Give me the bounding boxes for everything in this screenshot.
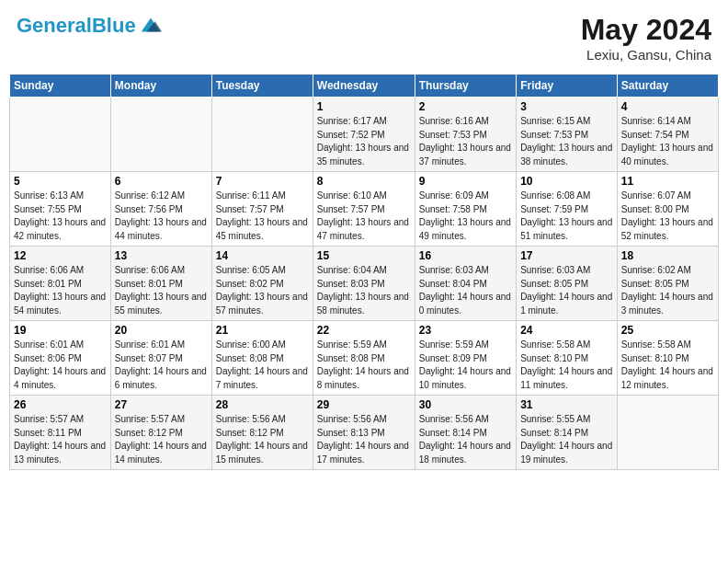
calendar-cell: 6 Sunrise: 6:12 AMSunset: 7:56 PMDayligh… — [110, 172, 211, 247]
day-info: Sunrise: 5:58 AMSunset: 8:10 PMDaylight:… — [520, 339, 613, 392]
day-number: 30 — [419, 398, 512, 411]
day-number: 9 — [419, 175, 512, 188]
day-number: 5 — [14, 175, 107, 188]
calendar-cell: 29 Sunrise: 5:56 AMSunset: 8:13 PMDaylig… — [313, 396, 415, 470]
calendar-cell: 19 Sunrise: 6:01 AMSunset: 8:06 PMDaylig… — [10, 321, 111, 396]
day-info: Sunrise: 6:17 AMSunset: 7:52 PMDaylight:… — [317, 115, 411, 168]
day-info: Sunrise: 6:03 AMSunset: 8:04 PMDaylight:… — [419, 264, 512, 317]
day-number: 31 — [520, 398, 613, 411]
day-number: 22 — [317, 324, 411, 337]
calendar-week-row: 5 Sunrise: 6:13 AMSunset: 7:55 PMDayligh… — [10, 172, 719, 247]
day-info: Sunrise: 5:56 AMSunset: 8:12 PMDaylight:… — [216, 413, 309, 466]
day-number: 16 — [419, 249, 512, 262]
calendar-cell: 4 Sunrise: 6:14 AMSunset: 7:54 PMDayligh… — [617, 98, 718, 172]
day-number: 11 — [621, 175, 714, 188]
day-info: Sunrise: 6:06 AMSunset: 8:01 PMDaylight:… — [14, 264, 107, 317]
day-info: Sunrise: 6:00 AMSunset: 8:08 PMDaylight:… — [216, 339, 309, 392]
day-info: Sunrise: 5:56 AMSunset: 8:14 PMDaylight:… — [419, 413, 512, 466]
day-number: 21 — [216, 324, 309, 337]
day-number: 25 — [621, 324, 714, 337]
day-of-week-header: Sunday — [10, 75, 111, 98]
day-number: 19 — [14, 324, 107, 337]
logo-blue: Blue — [92, 14, 136, 37]
day-info: Sunrise: 5:57 AMSunset: 8:12 PMDaylight:… — [115, 413, 208, 466]
logo-general: General — [17, 14, 92, 37]
day-info: Sunrise: 6:01 AMSunset: 8:06 PMDaylight:… — [14, 339, 107, 392]
calendar-cell: 31 Sunrise: 5:55 AMSunset: 8:14 PMDaylig… — [517, 396, 618, 470]
calendar-table: SundayMondayTuesdayWednesdayThursdayFrid… — [9, 74, 719, 470]
day-info: Sunrise: 6:07 AMSunset: 8:00 PMDaylight:… — [621, 190, 714, 243]
day-info: Sunrise: 6:16 AMSunset: 7:53 PMDaylight:… — [419, 115, 512, 168]
calendar-cell: 25 Sunrise: 5:58 AMSunset: 8:10 PMDaylig… — [617, 321, 718, 396]
day-info: Sunrise: 6:08 AMSunset: 7:59 PMDaylight:… — [520, 190, 613, 243]
calendar-cell: 11 Sunrise: 6:07 AMSunset: 8:00 PMDaylig… — [617, 172, 718, 247]
calendar-cell: 17 Sunrise: 6:03 AMSunset: 8:05 PMDaylig… — [517, 247, 618, 321]
day-number: 29 — [317, 398, 411, 411]
day-number: 3 — [520, 100, 613, 113]
day-number: 8 — [317, 175, 411, 188]
calendar-cell: 9 Sunrise: 6:09 AMSunset: 7:58 PMDayligh… — [415, 172, 516, 247]
day-info: Sunrise: 5:58 AMSunset: 8:10 PMDaylight:… — [621, 339, 714, 392]
day-info: Sunrise: 6:14 AMSunset: 7:54 PMDaylight:… — [621, 115, 714, 168]
day-number: 23 — [419, 324, 512, 337]
day-number: 12 — [14, 249, 107, 262]
day-info: Sunrise: 5:59 AMSunset: 8:09 PMDaylight:… — [419, 339, 512, 392]
calendar-cell: 2 Sunrise: 6:16 AMSunset: 7:53 PMDayligh… — [415, 98, 516, 172]
day-number: 26 — [14, 398, 107, 411]
day-of-week-header: Saturday — [617, 75, 718, 98]
calendar-cell: 28 Sunrise: 5:56 AMSunset: 8:12 PMDaylig… — [211, 396, 313, 470]
day-number: 6 — [115, 175, 208, 188]
day-number: 10 — [520, 175, 613, 188]
calendar-cell: 7 Sunrise: 6:11 AMSunset: 7:57 PMDayligh… — [211, 172, 313, 247]
calendar-cell: 21 Sunrise: 6:00 AMSunset: 8:08 PMDaylig… — [211, 321, 313, 396]
calendar-cell: 14 Sunrise: 6:05 AMSunset: 8:02 PMDaylig… — [211, 247, 313, 321]
calendar-cell: 26 Sunrise: 5:57 AMSunset: 8:11 PMDaylig… — [10, 396, 111, 470]
calendar-cell: 13 Sunrise: 6:06 AMSunset: 8:01 PMDaylig… — [110, 247, 211, 321]
day-number: 7 — [216, 175, 309, 188]
day-info: Sunrise: 6:06 AMSunset: 8:01 PMDaylight:… — [115, 264, 208, 317]
day-info: Sunrise: 6:03 AMSunset: 8:05 PMDaylight:… — [520, 264, 613, 317]
page-header: GeneralBlue May 2024 Lexiu, Gansu, China — [9, 9, 719, 66]
location-subtitle: Lexiu, Gansu, China — [581, 47, 711, 63]
calendar-cell — [110, 98, 211, 172]
calendar-cell: 5 Sunrise: 6:13 AMSunset: 7:55 PMDayligh… — [10, 172, 111, 247]
title-block: May 2024 Lexiu, Gansu, China — [581, 13, 711, 63]
calendar-cell — [211, 98, 313, 172]
day-number: 24 — [520, 324, 613, 337]
calendar-cell: 3 Sunrise: 6:15 AMSunset: 7:53 PMDayligh… — [517, 98, 618, 172]
calendar-cell: 22 Sunrise: 5:59 AMSunset: 8:08 PMDaylig… — [313, 321, 415, 396]
day-number: 17 — [520, 249, 613, 262]
day-info: Sunrise: 5:55 AMSunset: 8:14 PMDaylight:… — [520, 413, 613, 466]
logo-icon — [138, 13, 164, 39]
day-of-week-header: Monday — [110, 75, 211, 98]
calendar-week-row: 12 Sunrise: 6:06 AMSunset: 8:01 PMDaylig… — [10, 247, 719, 321]
day-info: Sunrise: 6:15 AMSunset: 7:53 PMDaylight:… — [520, 115, 613, 168]
calendar-body: 1 Sunrise: 6:17 AMSunset: 7:52 PMDayligh… — [10, 98, 719, 470]
calendar-header-row: SundayMondayTuesdayWednesdayThursdayFrid… — [10, 75, 719, 98]
calendar-cell: 16 Sunrise: 6:03 AMSunset: 8:04 PMDaylig… — [415, 247, 516, 321]
day-number: 4 — [621, 100, 714, 113]
month-year-title: May 2024 — [581, 13, 711, 47]
day-number: 2 — [419, 100, 512, 113]
day-info: Sunrise: 5:56 AMSunset: 8:13 PMDaylight:… — [317, 413, 411, 466]
day-info: Sunrise: 6:13 AMSunset: 7:55 PMDaylight:… — [14, 190, 107, 243]
calendar-cell: 24 Sunrise: 5:58 AMSunset: 8:10 PMDaylig… — [517, 321, 618, 396]
calendar-cell: 15 Sunrise: 6:04 AMSunset: 8:03 PMDaylig… — [313, 247, 415, 321]
calendar-week-row: 19 Sunrise: 6:01 AMSunset: 8:06 PMDaylig… — [10, 321, 719, 396]
calendar-cell: 18 Sunrise: 6:02 AMSunset: 8:05 PMDaylig… — [617, 247, 718, 321]
calendar-week-row: 26 Sunrise: 5:57 AMSunset: 8:11 PMDaylig… — [10, 396, 719, 470]
calendar-cell — [10, 98, 111, 172]
calendar-cell: 1 Sunrise: 6:17 AMSunset: 7:52 PMDayligh… — [313, 98, 415, 172]
calendar-cell: 23 Sunrise: 5:59 AMSunset: 8:09 PMDaylig… — [415, 321, 516, 396]
day-number: 15 — [317, 249, 411, 262]
day-of-week-header: Friday — [517, 75, 618, 98]
logo-text: GeneralBlue — [17, 16, 136, 36]
day-number: 18 — [621, 249, 714, 262]
day-info: Sunrise: 6:02 AMSunset: 8:05 PMDaylight:… — [621, 264, 714, 317]
day-info: Sunrise: 6:05 AMSunset: 8:02 PMDaylight:… — [216, 264, 309, 317]
day-number: 20 — [115, 324, 208, 337]
calendar-cell: 27 Sunrise: 5:57 AMSunset: 8:12 PMDaylig… — [110, 396, 211, 470]
calendar-cell — [617, 396, 718, 470]
calendar-week-row: 1 Sunrise: 6:17 AMSunset: 7:52 PMDayligh… — [10, 98, 719, 172]
day-of-week-header: Wednesday — [313, 75, 415, 98]
